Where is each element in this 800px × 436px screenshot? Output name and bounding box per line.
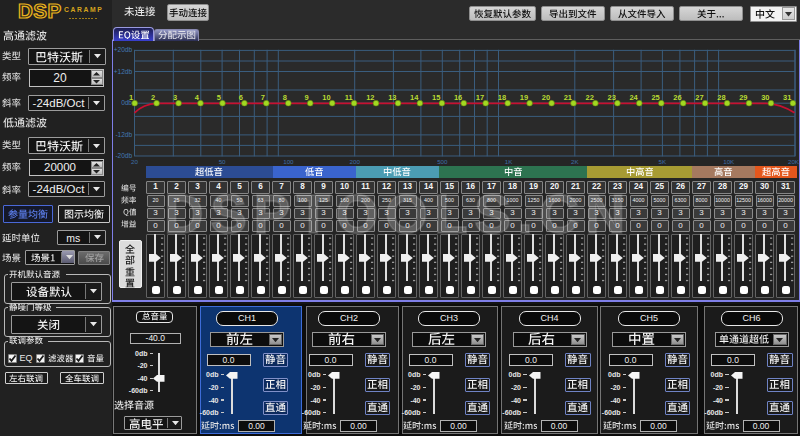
svg-text:10: 10 — [322, 93, 330, 102]
svg-text:12: 12 — [366, 93, 374, 102]
svg-text:30: 30 — [761, 93, 769, 102]
svg-text:10K: 10K — [723, 158, 735, 165]
svg-text:+20db: +20db — [114, 46, 133, 53]
svg-text:27: 27 — [695, 93, 703, 102]
svg-text:24: 24 — [629, 93, 638, 102]
svg-text:1K: 1K — [505, 158, 513, 165]
svg-text:50: 50 — [219, 158, 226, 165]
svg-text:14: 14 — [410, 93, 419, 102]
svg-text:3: 3 — [173, 93, 177, 102]
svg-text:31: 31 — [783, 93, 791, 102]
svg-text:21: 21 — [564, 93, 572, 102]
svg-text:13: 13 — [388, 93, 396, 102]
svg-text:100: 100 — [283, 158, 294, 165]
svg-text:200: 200 — [350, 158, 361, 165]
svg-text:16: 16 — [454, 93, 462, 102]
svg-text:22: 22 — [586, 93, 594, 102]
svg-text:26: 26 — [673, 93, 681, 102]
svg-text:-20db: -20db — [115, 152, 132, 159]
svg-text:2K: 2K — [571, 158, 579, 165]
svg-text:7: 7 — [261, 93, 265, 102]
svg-text:28: 28 — [717, 93, 725, 102]
svg-text:19: 19 — [520, 93, 528, 102]
svg-text:15: 15 — [432, 93, 440, 102]
svg-text:25: 25 — [651, 93, 659, 102]
svg-text:29: 29 — [739, 93, 747, 102]
svg-text:5K: 5K — [659, 158, 667, 165]
svg-text:9: 9 — [305, 93, 309, 102]
svg-text:23: 23 — [608, 93, 616, 102]
svg-text:+12db: +12db — [114, 68, 133, 75]
svg-text:11: 11 — [345, 93, 353, 102]
svg-text:18: 18 — [498, 93, 506, 102]
svg-text:8: 8 — [283, 93, 287, 102]
svg-text:2: 2 — [151, 93, 155, 102]
svg-text:500: 500 — [437, 158, 448, 165]
svg-text:17: 17 — [476, 93, 484, 102]
svg-text:-12db: -12db — [115, 131, 132, 138]
svg-text:20: 20 — [542, 93, 550, 102]
svg-text:20K: 20K — [788, 158, 800, 165]
svg-text:4: 4 — [195, 93, 200, 102]
svg-text:6: 6 — [239, 93, 243, 102]
svg-text:0db: 0db — [121, 99, 132, 106]
svg-text:5: 5 — [217, 93, 221, 102]
svg-text:20: 20 — [131, 158, 138, 165]
